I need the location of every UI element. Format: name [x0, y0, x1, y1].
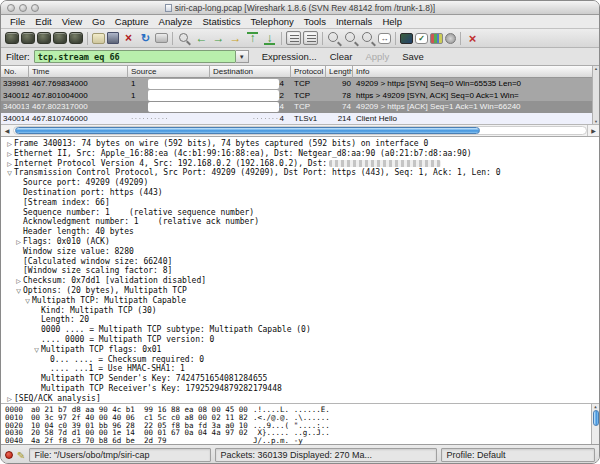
reload-icon[interactable]: ↻	[138, 31, 153, 46]
detail-line[interactable]: Header length: 40 bytes	[1, 227, 599, 237]
column-header-source[interactable]: Source	[128, 66, 210, 78]
save-icon[interactable]	[107, 32, 119, 44]
expander-collapsed-icon[interactable]: ▷	[5, 394, 14, 404]
expander-expanded-icon[interactable]: ▽	[5, 168, 14, 178]
goto-bottom-icon[interactable]: ↓	[262, 31, 277, 46]
coloring-rules-icon[interactable]	[430, 33, 443, 44]
go-forward-icon[interactable]: →	[211, 31, 226, 46]
detail-line[interactable]: Acknowledgment number: 1 (relative ack n…	[1, 217, 599, 227]
menu-internals[interactable]: Internals	[331, 16, 377, 27]
detail-line[interactable]: [Calculated window size: 66240]	[1, 257, 599, 267]
menu-file[interactable]: File	[5, 16, 30, 27]
hscroll-track[interactable]	[13, 126, 587, 135]
expression--button[interactable]: Expression...	[262, 51, 317, 62]
find-icon[interactable]	[177, 31, 192, 46]
autoscroll-icon[interactable]: ✓	[415, 33, 428, 44]
detail-line[interactable]: [Stream index: 66]	[1, 198, 599, 208]
hex-vertical-scrollbar[interactable]: ▲	[591, 404, 599, 444]
filter-input[interactable]	[34, 50, 236, 63]
menu-view[interactable]: View	[57, 16, 87, 27]
open-file-icon[interactable]	[92, 33, 105, 44]
detail-line[interactable]: ▷Checksum: 0x7dd1 [validation disabled]	[1, 276, 599, 286]
detail-line[interactable]: ▽Multipath TCP: Multipath Capable	[1, 296, 599, 306]
scroll-up-icon[interactable]: ▲	[594, 66, 598, 71]
edit-capture-comment-icon[interactable]: ✎	[17, 450, 25, 461]
detail-line[interactable]: 0... .... = Checksum required: 0	[1, 355, 599, 365]
expander-collapsed-icon[interactable]: ▷	[14, 237, 23, 247]
packet-row[interactable]: 339981467.76983400014TCP9049209 > https …	[1, 78, 599, 90]
column-header-no[interactable]: No.	[1, 66, 29, 78]
detail-line[interactable]: 0000 .... = Multipath TCP subtype: Multi…	[1, 325, 599, 335]
detail-line[interactable]: Multipath TCP Sender's Key: 742475165408…	[1, 374, 599, 384]
packet-list-horizontal-scrollbar[interactable]: ◀ ▶	[1, 124, 599, 137]
print-icon[interactable]	[155, 33, 168, 43]
detail-line[interactable]: Sequence number: 1 (relative sequence nu…	[1, 208, 599, 218]
capture-start-icon[interactable]	[37, 32, 51, 44]
scroll-up-icon[interactable]: ▲	[594, 404, 596, 409]
packet-details-toggle-icon[interactable]	[303, 31, 318, 45]
expert-info-icon[interactable]	[5, 451, 13, 459]
menu-analyze[interactable]: Analyze	[154, 16, 198, 27]
expander-collapsed-icon[interactable]: ▷	[5, 139, 14, 149]
menu-telephony[interactable]: Telephony	[245, 16, 298, 27]
filter-dropdown-button[interactable]: ▼	[236, 50, 249, 63]
detail-line[interactable]: .... 0000 = Multipath TCP version: 0	[1, 335, 599, 345]
resize-columns-icon[interactable]: ↔	[378, 33, 391, 44]
menu-tools[interactable]: Tools	[299, 16, 331, 27]
detail-line[interactable]: [Window size scaling factor: 8]	[1, 266, 599, 276]
detail-line[interactable]: ▷Internet Protocol Version 4, Src: 192.1…	[1, 159, 599, 169]
zoom-out-icon[interactable]	[344, 31, 359, 46]
menu-capture[interactable]: Capture	[110, 16, 154, 27]
preferences-icon[interactable]	[445, 33, 456, 44]
expander-collapsed-icon[interactable]: ▷	[5, 159, 14, 169]
detail-line[interactable]: ▽Options: (20 bytes), Multipath TCP	[1, 286, 599, 296]
capture-restart-icon[interactable]	[69, 32, 83, 44]
packet-row[interactable]: 340012467.80100400012TCP78https > 49209 …	[1, 90, 599, 102]
column-header-destination[interactable]: Destination	[210, 66, 291, 78]
detail-line[interactable]: Kind: Multipath TCP (30)	[1, 306, 599, 316]
detail-line[interactable]: ▷Ethernet II, Src: Apple_16:88:ea (4c:b1…	[1, 149, 599, 159]
detail-line[interactable]: Multipath TCP Receiver's Key: 1792529487…	[1, 384, 599, 394]
packet-row[interactable]: 340014467.810746000·················4TLS…	[1, 113, 599, 125]
packet-list-vertical-scrollbar[interactable]: ▲ ▼	[592, 66, 599, 124]
interfaces-icon[interactable]	[5, 32, 19, 44]
close-file-icon[interactable]: ×	[121, 31, 136, 46]
detail-line[interactable]: ▷Flags: 0x010 (ACK)	[1, 237, 599, 247]
hex-scroll-thumb[interactable]	[593, 410, 599, 426]
goto-packet-icon[interactable]: →	[228, 31, 243, 46]
save-button[interactable]: Save	[402, 51, 424, 62]
detail-line[interactable]: .... ...1 = Use HMAC-SHA1: 1	[1, 364, 599, 374]
detail-line[interactable]: ▷Frame 340013: 74 bytes on wire (592 bit…	[1, 139, 599, 149]
packet-row[interactable]: 340013467.8023170004TCP7449209 > https […	[1, 101, 599, 113]
capture-options-icon[interactable]	[21, 32, 35, 44]
detail-line[interactable]: Source port: 49209 (49209)	[1, 178, 599, 188]
menu-edit[interactable]: Edit	[30, 16, 56, 27]
expander-collapsed-icon[interactable]: ▷	[14, 276, 23, 286]
detail-line[interactable]: Length: 20	[1, 315, 599, 325]
menu-go[interactable]: Go	[87, 16, 110, 27]
hscroll-thumb[interactable]	[15, 127, 480, 134]
zoom-100-icon[interactable]	[361, 31, 376, 46]
detail-line[interactable]: Window size value: 8280	[1, 247, 599, 257]
detail-line[interactable]: ▽Multipath TCP flags: 0x01	[1, 345, 599, 355]
capture-stop-icon[interactable]	[53, 32, 67, 44]
hex-row[interactable]: 00404a 2f f8 c3 70 b8 6d be 2d 79J/..p.m…	[5, 437, 599, 445]
clear-button[interactable]: Clear	[330, 51, 353, 62]
scroll-left-icon[interactable]: ◀	[1, 125, 13, 136]
menu-help[interactable]: Help	[377, 16, 407, 27]
detail-line[interactable]: Destination port: https (443)	[1, 188, 599, 198]
zoom-in-icon[interactable]	[327, 31, 342, 46]
column-header-length[interactable]: Length	[326, 66, 353, 78]
expander-expanded-icon[interactable]: ▽	[32, 345, 41, 355]
packet-list-toggle-icon[interactable]	[286, 31, 301, 45]
capture-filters-icon[interactable]: ×	[465, 31, 480, 46]
expander-collapsed-icon[interactable]: ▷	[5, 149, 14, 159]
detail-line[interactable]: ▷[SEQ/ACK analysis]	[1, 394, 599, 404]
colorize-icon[interactable]	[400, 33, 413, 44]
column-header-protocol[interactable]: Protocol	[291, 66, 326, 78]
goto-top-icon[interactable]: ↑	[245, 31, 260, 46]
scroll-right-icon[interactable]: ▶	[587, 125, 599, 136]
go-back-icon[interactable]: ←	[194, 31, 209, 46]
detail-line[interactable]: ▽Transmission Control Protocol, Src Port…	[1, 168, 599, 178]
column-header-time[interactable]: Time	[29, 66, 128, 78]
